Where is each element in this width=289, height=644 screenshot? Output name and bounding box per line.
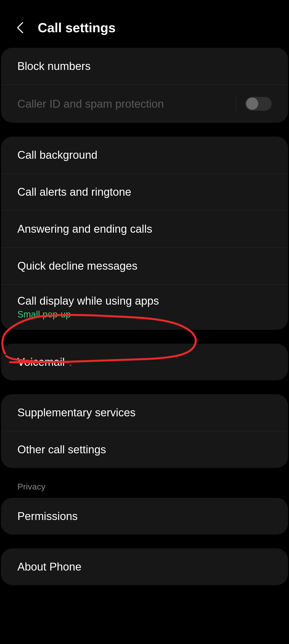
section-voicemail: Voicemail (1, 344, 288, 380)
item-label: Call alerts and ringtone (17, 186, 272, 198)
item-label: Call background (17, 149, 272, 161)
item-label: Block numbers (17, 60, 272, 72)
item-supplementary-services[interactable]: Supplementary services (1, 394, 288, 431)
content-area: Block numbers Caller ID and spam protect… (0, 48, 289, 585)
caller-id-toggle[interactable] (245, 97, 272, 111)
divider (236, 97, 236, 111)
item-call-background[interactable]: Call background (1, 137, 288, 174)
item-permissions[interactable]: Permissions (1, 498, 288, 535)
item-label: Permissions (17, 510, 272, 522)
item-label: Call display while using apps (17, 295, 272, 307)
toggle-container (236, 97, 272, 111)
header-bar: Call settings (0, 0, 289, 48)
item-answering-ending-calls[interactable]: Answering and ending calls (1, 211, 288, 248)
page-title: Call settings (38, 20, 116, 35)
item-caller-id-spam[interactable]: Caller ID and spam protection (1, 85, 288, 123)
back-button[interactable] (15, 23, 25, 33)
section-call-options: Call background Call alerts and ringtone… (1, 137, 288, 330)
item-label: Quick decline messages (17, 260, 272, 272)
section-blocking: Block numbers Caller ID and spam protect… (1, 48, 288, 123)
section-privacy: Permissions (1, 498, 288, 535)
item-quick-decline-messages[interactable]: Quick decline messages (1, 248, 288, 285)
item-other-call-settings[interactable]: Other call settings (1, 431, 288, 468)
section-header-privacy: Privacy (1, 482, 288, 498)
item-label: Supplementary services (17, 406, 272, 419)
item-block-numbers[interactable]: Block numbers (1, 48, 288, 85)
item-call-alerts-ringtone[interactable]: Call alerts and ringtone (1, 174, 288, 211)
item-call-display-while-using-apps[interactable]: Call display while using apps Small pop-… (1, 285, 288, 330)
item-label: Caller ID and spam protection (17, 98, 236, 110)
item-subtitle: Small pop-up (17, 309, 272, 320)
chevron-left-icon (17, 22, 24, 34)
item-label: About Phone (17, 560, 272, 573)
item-about-phone[interactable]: About Phone (1, 548, 288, 585)
item-label: Answering and ending calls (17, 223, 272, 235)
section-services: Supplementary services Other call settin… (1, 394, 288, 468)
item-label: Voicemail (17, 356, 272, 368)
item-voicemail[interactable]: Voicemail (1, 344, 288, 380)
toggle-knob (246, 98, 258, 110)
item-label: Other call settings (17, 443, 272, 456)
section-about: About Phone (1, 548, 288, 585)
